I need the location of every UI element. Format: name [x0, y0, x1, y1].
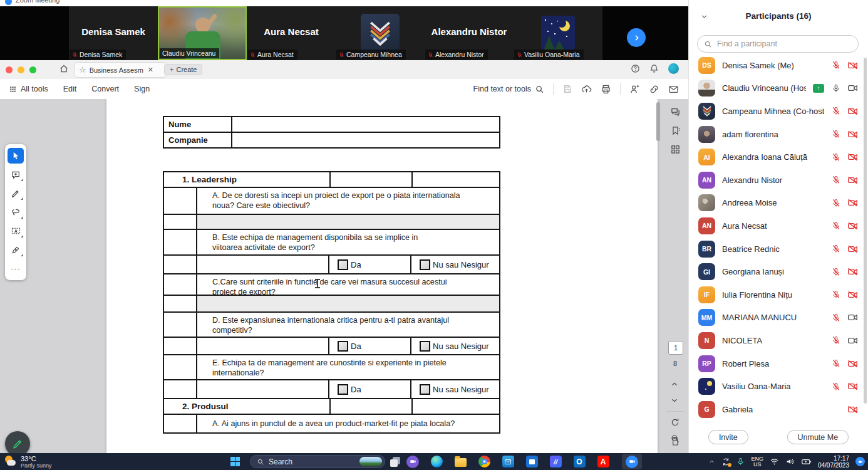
yes-checkbox[interactable]	[338, 259, 348, 270]
current-page-input[interactable]: 1	[668, 341, 683, 355]
invite-button[interactable]: Invite	[708, 430, 748, 444]
page-thumbnails-icon[interactable]	[670, 144, 681, 155]
outlook-icon[interactable]: O	[571, 454, 587, 469]
clock-tray[interactable]: 17:1704/07/2023	[818, 455, 849, 469]
account-avatar[interactable]	[668, 63, 679, 74]
no-checkbox[interactable]	[420, 384, 430, 395]
close-tab-icon[interactable]: ✕	[147, 66, 153, 74]
zoom-tray-icon[interactable]	[855, 457, 865, 466]
next-page-icon[interactable]	[670, 396, 679, 405]
edit-menu[interactable]: Edit	[63, 85, 77, 93]
highlight-tool[interactable]	[6, 184, 25, 202]
yes-checkbox[interactable]	[338, 341, 348, 352]
wifi-icon[interactable]	[770, 457, 779, 466]
find-text-button[interactable]: Find text or tools	[473, 85, 544, 94]
video-tile-vasiliu[interactable]: Vasiliu Oana-Maria	[514, 6, 602, 60]
video-tile-aura[interactable]: Aura Necsat Aura Necsat	[247, 6, 336, 60]
add-comment-tool[interactable]	[6, 165, 25, 184]
more-tools[interactable]: ···	[6, 259, 25, 278]
microsoft-store-icon[interactable]	[524, 454, 540, 469]
participant-row[interactable]: GI Georgiana Ianuși	[689, 260, 868, 283]
battery-icon[interactable]	[801, 456, 812, 467]
participant-row[interactable]: Claudiu Vrinceanu (Host) ↑	[689, 77, 868, 100]
video-tile-claudiu[interactable]: Claudiu Vrinceanu	[158, 6, 247, 60]
video-tile-campeanu[interactable]: Campeanu Mihnea	[336, 6, 425, 60]
fill-sign-tool[interactable]	[6, 241, 25, 259]
field-value[interactable]	[232, 133, 499, 147]
draw-tool[interactable]	[6, 203, 25, 221]
mail-icon[interactable]	[500, 454, 516, 469]
edge-icon[interactable]	[428, 454, 445, 469]
comments-panel-icon[interactable]	[670, 107, 681, 117]
update-sync-icon[interactable]	[721, 457, 730, 466]
home-icon[interactable]	[59, 64, 69, 74]
participant-row[interactable]: adam florentina	[689, 123, 868, 146]
participant-row[interactable]: AN Aura Necsat	[689, 214, 868, 238]
participant-search-input[interactable]	[716, 39, 852, 49]
help-icon[interactable]	[631, 64, 640, 73]
maximize-window-button[interactable]	[29, 66, 36, 73]
participant-row[interactable]: AN Alexandru Nistor	[689, 169, 868, 192]
taskbar-search[interactable]: Search	[250, 455, 385, 468]
convert-menu[interactable]: Convert	[91, 85, 119, 93]
participant-row[interactable]: Andreea Moise	[689, 192, 868, 215]
participant-row[interactable]: BR Beatrice Rednic	[689, 238, 868, 261]
annotate-pencil-button[interactable]	[5, 431, 30, 453]
request-signature-icon[interactable]	[629, 84, 640, 95]
weather-widget[interactable]: 33°CPartly sunny	[4, 455, 52, 469]
answer-field[interactable]	[197, 296, 499, 311]
email-icon[interactable]	[668, 84, 679, 95]
next-videos-button[interactable]	[627, 28, 646, 47]
save-icon[interactable]	[562, 84, 572, 94]
previous-page-icon[interactable]	[670, 380, 679, 389]
bookmarks-panel-icon[interactable]	[670, 125, 681, 136]
acrobat-icon[interactable]: A	[595, 454, 611, 469]
start-button[interactable]	[227, 454, 243, 469]
participant-row[interactable]: RP Robert Plesa	[689, 352, 868, 375]
participants-scrollbar[interactable]	[864, 58, 867, 404]
participant-row[interactable]: MM MARIANA MANUCU	[689, 306, 868, 330]
no-checkbox[interactable]	[420, 259, 430, 270]
video-tile-denisa[interactable]: Denisa Samek Denisa Samek	[69, 6, 158, 60]
camera-app-icon[interactable]	[405, 454, 421, 469]
yes-checkbox[interactable]	[338, 384, 348, 395]
no-checkbox[interactable]	[420, 341, 430, 352]
unmute-me-button[interactable]: Unmute Me	[787, 430, 849, 444]
stacked-windows-icon[interactable]	[387, 454, 403, 469]
tile-name-tag: Campeanu Mihnea	[336, 50, 406, 60]
answer-field[interactable]	[197, 215, 499, 229]
chrome-icon[interactable]	[476, 454, 492, 469]
close-window-button[interactable]	[6, 66, 13, 73]
search-highlight-image	[359, 457, 382, 466]
share-link-icon[interactable]	[649, 84, 659, 95]
hidden-icons-chevron[interactable]	[708, 458, 715, 465]
volume-icon[interactable]	[785, 457, 795, 466]
select-tool[interactable]	[6, 147, 25, 165]
notifications-bell-icon[interactable]	[649, 64, 659, 73]
sign-menu[interactable]: Sign	[134, 85, 150, 93]
print-icon[interactable]	[601, 84, 611, 95]
video-tile-alexandru[interactable]: Alexandru Nistor Alexandru Nistor	[425, 6, 514, 60]
media-app-icon[interactable]: //	[547, 454, 564, 469]
participant-row[interactable]: AI Alexandra Ioana Căluță	[689, 145, 868, 169]
document-tab[interactable]: ☆ Business Assesment In... ✕	[74, 62, 167, 78]
participant-row[interactable]: DS Denisa Samek (Me)	[689, 54, 868, 77]
participant-row[interactable]: N NICOLETA	[689, 329, 868, 352]
participant-row[interactable]: Vasiliu Oana-Maria	[689, 375, 868, 398]
rotate-page-icon[interactable]	[670, 417, 680, 427]
star-icon[interactable]: ☆	[79, 66, 86, 74]
add-text-box-tool[interactable]	[6, 222, 25, 240]
language-switcher[interactable]: ENGUS	[751, 456, 763, 467]
upload-cloud-icon[interactable]	[581, 84, 592, 95]
pdf-scrollbar[interactable]	[656, 102, 660, 141]
all-tools-menu[interactable]: All tools	[9, 85, 48, 93]
minimize-window-button[interactable]	[18, 66, 24, 73]
participant-row[interactable]: Campeanu Mihnea (Co-host)	[689, 100, 868, 123]
participant-row[interactable]: G Gabriela	[689, 398, 868, 421]
zoom-app-taskbar-icon[interactable]	[622, 454, 642, 469]
file-explorer-icon[interactable]	[452, 454, 468, 469]
create-button[interactable]: +Create	[164, 64, 202, 75]
field-value[interactable]	[232, 117, 499, 132]
participant-row[interactable]: IF Iulia Florentina Nițu	[689, 283, 868, 306]
microphone-tray-icon[interactable]	[736, 457, 745, 466]
